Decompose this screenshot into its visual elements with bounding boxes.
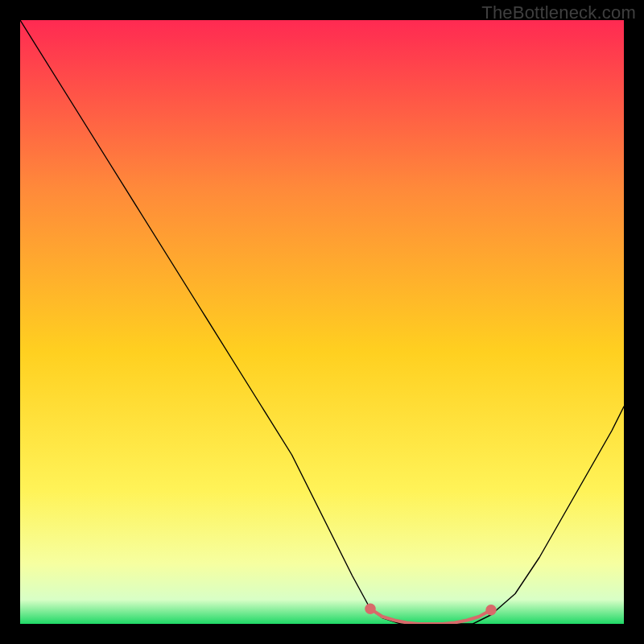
bottleneck-plot [20, 20, 624, 624]
chart-frame: TheBottleneck.com [0, 0, 644, 644]
plot-background [20, 20, 624, 624]
watermark-text: TheBottleneck.com [481, 2, 636, 23]
marker-dot [365, 604, 375, 615]
marker-dot [485, 605, 497, 616]
